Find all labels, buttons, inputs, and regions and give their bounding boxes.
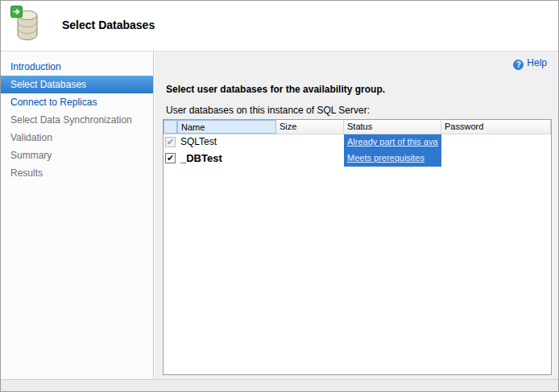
db-size [276,134,344,149]
column-header-status[interactable]: Status [344,120,441,134]
database-icon [10,6,39,44]
page-title: Select Databases [62,19,155,31]
column-header-password[interactable]: Password [441,120,551,134]
checkbox-checked-disabled-icon: ✔ [165,137,176,147]
db-status-cell: Already part of this availabilit... [344,134,441,149]
db-password [441,134,551,149]
checkbox-cell: ✔ [164,134,177,149]
table-row-dbtest: ✔ _DBTest Meets prerequisites [164,149,551,167]
column-header-name[interactable]: Name [177,120,276,134]
status-link[interactable]: Already part of this availabilit... [347,137,438,146]
help-link[interactable]: ?Help [513,57,547,70]
column-header-checkbox[interactable] [164,120,177,134]
db-status-cell: Meets prerequisites [344,149,441,167]
db-name: _DBTest [177,149,276,167]
sidebar-item-select-data-synchronization: Select Data Synchronization [1,111,153,129]
table-row-sqltest: ✔ SQLTest Already part of this availabil… [164,134,551,149]
db-name: SQLTest [177,134,276,149]
db-size [276,149,344,167]
main-panel: ?Help Select user databases for the avai… [155,52,558,380]
wizard-window: Select Databases Introduction Select Dat… [0,0,559,392]
column-header-size[interactable]: Size [276,120,344,134]
sidebar-item-validation: Validation [1,129,153,146]
sidebar-item-connect-to-replicas[interactable]: Connect to Replicas [1,93,153,111]
status-highlight: Already part of this availabilit... [344,134,441,149]
sidebar-item-results: Results [1,164,153,182]
wizard-header: Select Databases [1,1,558,52]
table-label: User databases on this instance of SQL S… [166,105,370,116]
help-icon: ? [513,60,524,70]
status-link[interactable]: Meets prerequisites [347,153,424,163]
status-highlight: Meets prerequisites [344,149,441,167]
sidebar-item-summary: Summary [1,146,153,164]
sidebar-item-select-databases[interactable]: Select Databases [1,76,153,93]
db-password [441,149,551,167]
sidebar-item-introduction[interactable]: Introduction [1,58,153,76]
wizard-steps-sidebar: Introduction Select Databases Connect to… [1,52,154,380]
checkbox-cell: ✔ [164,149,177,167]
table-header-row: Name Size Status Password [164,120,551,134]
footer-strip [1,379,558,391]
databases-table: Name Size Status Password ✔ SQLTest Alre… [163,119,552,375]
instruction-text: Select user databases for the availabili… [166,84,385,95]
checkbox-checked-icon[interactable]: ✔ [165,153,176,163]
help-label: Help [527,57,547,68]
